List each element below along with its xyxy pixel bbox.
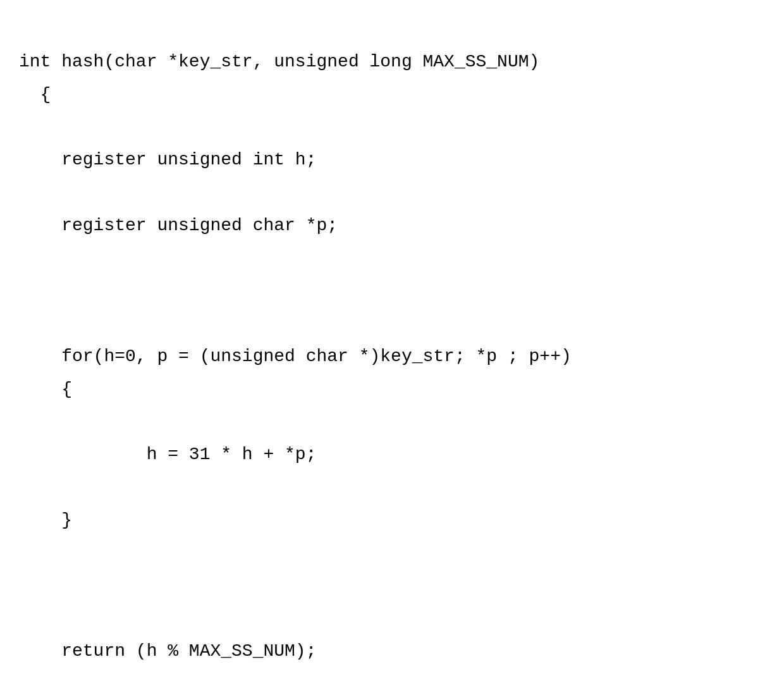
code-line-1: {: [19, 78, 765, 111]
code-line-12: h = 31 * h + *p;: [19, 438, 765, 471]
code-line-10: {: [19, 373, 765, 406]
code-line-6: [19, 242, 765, 275]
code-line-0: int hash(char *key_str, unsigned long MA…: [19, 46, 765, 78]
code-line-15: [19, 537, 765, 570]
code-line-17: [19, 602, 765, 635]
code-line-13: [19, 471, 765, 504]
code-line-8: [19, 307, 765, 340]
code-line-19: [19, 668, 765, 688]
code-line-11: [19, 406, 765, 439]
code-line-7: [19, 274, 765, 307]
code-line-18: return (h % MAX_SS_NUM);: [19, 635, 765, 668]
code-line-14: }: [19, 504, 765, 537]
code-line-3: register unsigned int h;: [19, 144, 765, 176]
code-line-5: register unsigned char *p;: [19, 209, 765, 242]
code-line-2: [19, 111, 765, 144]
code-line-4: [19, 176, 765, 209]
code-line-9: for(h=0, p = (unsigned char *)key_str; *…: [19, 340, 765, 373]
code-display: int hash(char *key_str, unsigned long MA…: [19, 13, 765, 688]
code-line-16: [19, 570, 765, 603]
